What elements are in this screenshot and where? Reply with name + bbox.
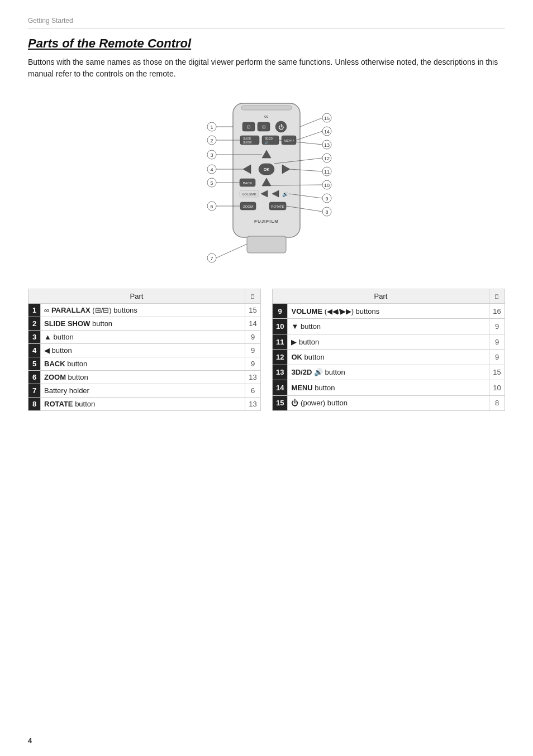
left-table-part-header: Part (28, 289, 245, 304)
row-label: ◀ button (41, 344, 245, 357)
row-page: 9 (245, 357, 261, 371)
svg-text:🔊: 🔊 (265, 141, 269, 145)
table-row: 5BACK button9 (28, 357, 261, 371)
row-label: BACK button (41, 357, 245, 371)
svg-text:ZOOM: ZOOM (243, 205, 253, 208)
row-number: 4 (28, 344, 41, 357)
row-number: 10 (273, 319, 288, 334)
table-row: 133D/2D 🔊 button15 (273, 365, 505, 380)
table-row: 1∞ PARALLAX (⊞/⊟) buttons15 (28, 304, 261, 317)
svg-text:9: 9 (325, 196, 328, 202)
row-label: ▼ button (288, 319, 489, 334)
page-title: Parts of the Remote Control (28, 36, 505, 51)
svg-text:VOLUME: VOLUME (242, 193, 256, 196)
row-number: 1 (28, 304, 41, 317)
svg-text:SLIDE: SLIDE (243, 137, 251, 140)
svg-text:2: 2 (210, 138, 213, 143)
row-page: 9 (489, 334, 505, 349)
row-number: 13 (273, 365, 288, 380)
intro-paragraph: Buttons with the same names as those on … (28, 56, 505, 80)
svg-text:OK: OK (264, 168, 270, 171)
svg-text:FUJIFILM: FUJIFILM (254, 219, 279, 224)
svg-text:14: 14 (324, 129, 330, 135)
row-number: 2 (28, 317, 41, 331)
table-row: 2SLIDE SHOW button14 (28, 317, 261, 331)
row-page: 15 (245, 304, 261, 317)
table-row: 9VOLUME (◀◀/▶▶) buttons16 (273, 304, 505, 319)
svg-text:SHOW: SHOW (243, 141, 252, 144)
remote-diagram-container: ∞ ⊟ ⊞ ⏻ SLIDE SHOW 3D/2D 🔊 MENU OK BACK … (28, 93, 505, 283)
svg-text:15: 15 (324, 116, 330, 121)
table-row: 7Battery holder6 (28, 384, 261, 398)
row-label: OK button (288, 350, 489, 365)
row-page: 13 (245, 371, 261, 384)
svg-text:8: 8 (325, 209, 328, 215)
svg-line-54 (216, 244, 247, 258)
row-page: 9 (489, 319, 505, 334)
table-row: 8ROTATE button13 (28, 398, 261, 411)
section-label: Getting Started (28, 17, 505, 25)
row-number: 3 (28, 331, 41, 344)
left-parts-table: Part 🗒 1∞ PARALLAX (⊞/⊟) buttons152SLIDE… (28, 289, 261, 411)
right-table-part-header: Part (273, 289, 489, 304)
svg-text:🔊: 🔊 (282, 191, 289, 198)
svg-line-57 (300, 118, 322, 127)
row-label: 3D/2D 🔊 button (288, 365, 489, 380)
svg-text:⏻: ⏻ (278, 124, 284, 130)
svg-text:⊟: ⊟ (247, 125, 251, 130)
row-number: 14 (273, 380, 288, 395)
row-page: 6 (245, 384, 261, 398)
row-label: VOLUME (◀◀/▶▶) buttons (288, 304, 489, 319)
svg-rect-1 (241, 106, 292, 110)
svg-text:3D/2D: 3D/2D (265, 137, 273, 140)
row-label: ⏻ (power) button (288, 395, 489, 410)
row-page: 9 (489, 350, 505, 365)
left-table-page-header: 🗒 (245, 289, 261, 304)
svg-text:⊞: ⊞ (262, 125, 266, 130)
svg-text:ROTATE: ROTATE (271, 205, 284, 208)
svg-text:BACK: BACK (243, 181, 252, 185)
top-divider (28, 28, 505, 28)
svg-text:5: 5 (210, 180, 213, 186)
table-row: 14MENU button10 (273, 380, 505, 395)
page-number: 4 (28, 736, 32, 745)
svg-text:6: 6 (210, 204, 213, 209)
svg-rect-35 (247, 236, 286, 253)
row-page: 10 (489, 380, 505, 395)
table-row: 12OK button9 (273, 350, 505, 365)
row-page: 15 (489, 365, 505, 380)
svg-text:13: 13 (324, 142, 330, 148)
row-number: 12 (273, 350, 288, 365)
right-parts-table: Part 🗒 9VOLUME (◀◀/▶▶) buttons1610▼ butt… (272, 289, 505, 411)
row-number: 7 (28, 384, 41, 398)
row-label: Battery holder (41, 384, 245, 398)
row-label: ROTATE button (41, 398, 245, 411)
row-label: ▲ button (41, 331, 245, 344)
table-row: 6ZOOM button13 (28, 371, 261, 384)
row-number: 5 (28, 357, 41, 371)
row-page: 16 (489, 304, 505, 319)
right-table-page-header: 🗒 (489, 289, 505, 304)
svg-text:∞: ∞ (264, 113, 269, 119)
row-label: SLIDE SHOW button (41, 317, 245, 331)
svg-text:3: 3 (210, 152, 213, 158)
row-number: 8 (28, 398, 41, 411)
svg-text:12: 12 (324, 156, 330, 161)
table-row: 3▲ button9 (28, 331, 261, 344)
svg-text:10: 10 (324, 183, 330, 188)
table-row: 10▼ button9 (273, 319, 505, 334)
row-number: 6 (28, 371, 41, 384)
row-page: 9 (245, 344, 261, 357)
svg-text:11: 11 (324, 169, 330, 175)
svg-text:4: 4 (210, 167, 213, 173)
table-row: 4◀ button9 (28, 344, 261, 357)
row-label: ▶ button (288, 334, 489, 349)
row-label: MENU button (288, 380, 489, 395)
row-page: 14 (245, 317, 261, 331)
row-page: 13 (245, 398, 261, 411)
svg-text:7: 7 (210, 256, 213, 261)
row-number: 15 (273, 395, 288, 410)
svg-text:1: 1 (210, 125, 213, 130)
row-number: 11 (273, 334, 288, 349)
row-page: 8 (489, 395, 505, 410)
